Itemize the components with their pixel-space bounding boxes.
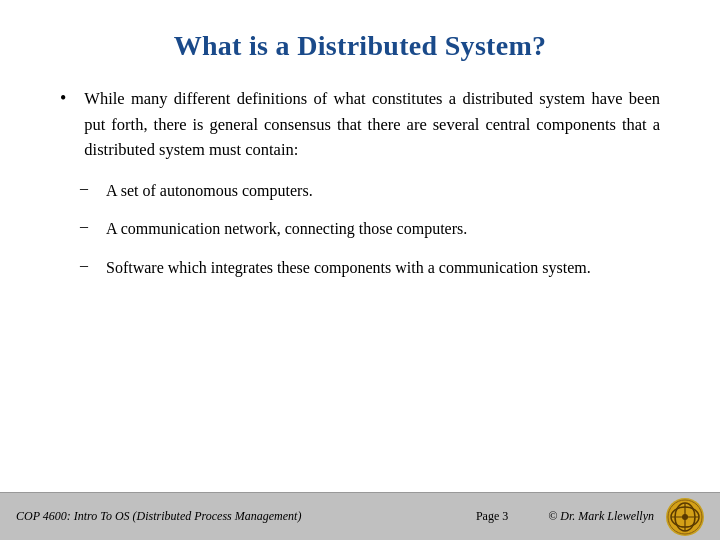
sub-dash-3: – [80,256,88,274]
slide-title: What is a Distributed System? [40,30,680,62]
sub-dash-1: – [80,179,88,197]
footer-page: Page 3 [476,509,508,524]
main-bullet-text: While many different definitions of what… [84,86,660,163]
sub-dash-2: – [80,217,88,235]
bullet-dot: • [60,88,66,109]
content-area: • While many different definitions of wh… [40,86,680,480]
sub-bullets-list: – A set of autonomous computers. – A com… [80,179,660,281]
sub-bullet-text-2: A communication network, connecting thos… [106,217,467,242]
footer: COP 4600: Intro To OS (Distributed Proce… [0,492,720,540]
sub-bullet-item-1: – A set of autonomous computers. [80,179,660,204]
footer-copyright: © Dr. Mark Llewellyn [548,509,654,524]
sub-bullet-item-3: – Software which integrates these compon… [80,256,660,281]
sub-bullet-text-1: A set of autonomous computers. [106,179,313,204]
slide: What is a Distributed System? • While ma… [0,0,720,540]
footer-logo [666,498,704,536]
sub-bullet-item-2: – A communication network, connecting th… [80,217,660,242]
sub-bullet-text-3: Software which integrates these componen… [106,256,591,281]
footer-course: COP 4600: Intro To OS (Distributed Proce… [16,509,436,524]
main-bullet-item: • While many different definitions of wh… [60,86,660,163]
